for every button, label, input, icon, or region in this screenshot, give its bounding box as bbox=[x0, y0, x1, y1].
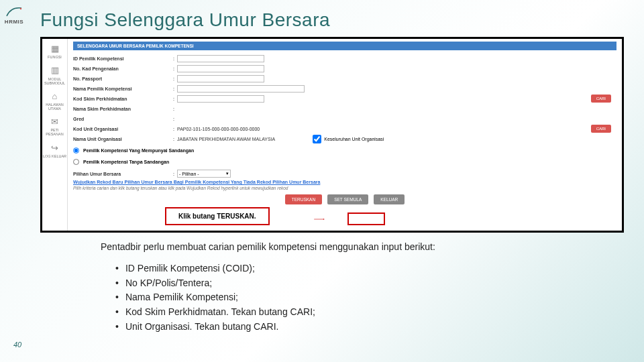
label-nama: Nama Pemilik Kompetensi bbox=[73, 86, 170, 91]
list-item: ID Pemilik Kompetensi (COID); bbox=[115, 261, 315, 276]
keluar-button[interactable]: KELUAR bbox=[374, 194, 405, 204]
label-id: ID Pemilik Kompetensi bbox=[73, 56, 170, 61]
callout-box: Klik butang TERUSKAN. bbox=[165, 207, 270, 225]
sidebar-item-logout[interactable]: ↪LOG KELUAR bbox=[43, 143, 66, 158]
sidebar-item-home[interactable]: ⌂HALAMAN UTAMA bbox=[42, 92, 67, 111]
arrow-icon bbox=[293, 219, 345, 220]
set-semula-button[interactable]: SET SEMULA bbox=[327, 194, 368, 204]
label-keseluruhan: Keseluruhan Unit Organisasi bbox=[324, 137, 384, 141]
slide-title: Fungsi Selenggara Umur Bersara bbox=[40, 9, 330, 31]
bullet-list: ID Pemilik Kompetensi (COID); No KP/Poli… bbox=[115, 261, 315, 334]
home-icon: ⌂ bbox=[42, 92, 67, 101]
label-pilihan: Pilihan Umur Bersara bbox=[73, 172, 170, 176]
label-radio-tanpa: Pemilik Kompetensi Tanpa Sandangan bbox=[83, 160, 169, 164]
screenshot-frame: ▦FUNGSI ▥MODUL SUBMODUL ⌂HALAMAN UTAMA ✉… bbox=[40, 37, 624, 233]
select-pilihan[interactable]: - Pilihan -▾ bbox=[177, 170, 231, 178]
input-id[interactable] bbox=[177, 55, 264, 62]
svg-marker-2 bbox=[323, 219, 325, 220]
page-number: 40 bbox=[13, 341, 21, 349]
sidebar-item-inbox[interactable]: ✉PETI PESANAN bbox=[42, 117, 67, 136]
modules-icon: ▥ bbox=[42, 66, 67, 75]
breadcrumb: SELENGGARA UMUR BERSARA PEMILIK KOMPETEN… bbox=[73, 42, 616, 50]
list-item: Kod Skim Perkhidmatan. Tekan butang CARI… bbox=[115, 305, 315, 320]
app-sidebar: ▦FUNGSI ▥MODUL SUBMODUL ⌂HALAMAN UTAMA ✉… bbox=[42, 39, 68, 231]
chevron-down-icon: ▾ bbox=[226, 171, 229, 176]
label-passport: No. Passport bbox=[73, 76, 170, 81]
hrmis-logo: HRMIS bbox=[4, 5, 24, 25]
list-item: Nama Pemilik Kompetensi; bbox=[115, 290, 315, 305]
label-namaunit: Nama Unit Organisasi bbox=[73, 137, 170, 141]
logout-icon: ↪ bbox=[43, 143, 66, 153]
svg-point-0 bbox=[20, 8, 21, 9]
label-namaskim: Nama Skim Perkhidmatan bbox=[73, 107, 170, 111]
radio-sandangan[interactable] bbox=[73, 147, 79, 154]
link-wujudkan-rekod[interactable]: Wujudkan Rekod Baru Pilihan Umur Bersara… bbox=[73, 180, 616, 184]
input-passport[interactable] bbox=[177, 75, 264, 82]
list-item: No KP/Polis/Tentera; bbox=[115, 276, 315, 291]
cari-unit-button[interactable]: CARI bbox=[591, 125, 611, 133]
input-kodskim[interactable] bbox=[177, 95, 264, 103]
highlight-teruskan bbox=[347, 213, 385, 225]
label-nokp: No. Kad Pengenalan bbox=[73, 66, 170, 71]
label-gred: Gred bbox=[73, 117, 170, 121]
input-nokp[interactable] bbox=[177, 65, 264, 72]
label-kodskim: Kod Skim Perkhidmatan bbox=[73, 97, 170, 101]
hint-text: Pilih kriteria carian dan klik butang te… bbox=[73, 186, 616, 190]
input-nama[interactable] bbox=[177, 85, 305, 93]
cari-skim-button[interactable]: CARI bbox=[591, 95, 611, 103]
sidebar-item-fungsi[interactable]: ▦FUNGSI bbox=[48, 44, 62, 59]
caption-text: Pentadbir perlu membuat carian pemilik k… bbox=[101, 241, 435, 252]
label-radio-sandangan: Pemilik Kompetensi Yang Mempunyai Sandan… bbox=[83, 148, 194, 153]
grid-icon: ▦ bbox=[48, 44, 62, 54]
value-namaunit: JABATAN PERKHIDMATAN AWAM MALAYSIA bbox=[177, 137, 275, 141]
radio-tanpa-sandangan[interactable] bbox=[73, 159, 79, 165]
app-main: SELENGGARA UMUR BERSARA PEMILIK KOMPETEN… bbox=[68, 39, 622, 231]
label-kodunit: Kod Unit Organisasi bbox=[73, 127, 170, 131]
checkbox-keseluruhan[interactable] bbox=[313, 135, 321, 143]
sidebar-item-modul[interactable]: ▥MODUL SUBMODUL bbox=[42, 66, 67, 84]
mail-icon: ✉ bbox=[42, 117, 67, 127]
list-item: Unit Organisasi. Tekan butang CARI. bbox=[115, 320, 315, 335]
teruskan-button[interactable]: TERUSKAN bbox=[285, 194, 322, 204]
value-kodunit: PAP02-101-105-000-000-000-000-0000 bbox=[177, 127, 260, 131]
